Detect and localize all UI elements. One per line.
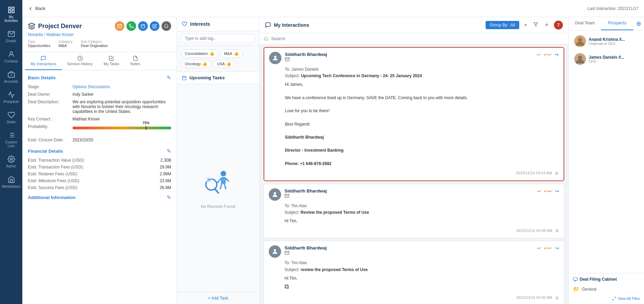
reply-all-btn-1[interactable]: ↩↩: [544, 52, 552, 57]
interests-icon: [182, 21, 187, 27]
reply-all-btn-2[interactable]: ↩↩: [544, 188, 552, 194]
add-prospect-button[interactable]: ⊕: [633, 17, 644, 30]
basic-details-edit[interactable]: ✎: [167, 74, 171, 81]
forward-btn-2[interactable]: ↪: [555, 188, 559, 194]
tag-oncology[interactable]: Oncology 👍: [181, 60, 211, 68]
contact-avatar-james: [574, 53, 586, 65]
sidebar-item-admin[interactable]: Admin: [1, 153, 21, 171]
reply-back-btn-3[interactable]: ↩: [537, 245, 541, 251]
additional-info-edit[interactable]: ✎: [167, 194, 171, 201]
financial-row: Estd. Transaction Fees (USD):29.9M: [28, 165, 171, 169]
top-bar: Back Last Interaction: 2022/11/17: [22, 0, 644, 17]
sidebar-item-accounts[interactable]: Accounts: [1, 68, 21, 86]
sidebar-item-deals[interactable]: Deals: [1, 108, 21, 127]
avatar-2: [269, 188, 281, 201]
right-panel-tabs: Deal Team Prospects ⊕: [569, 17, 644, 31]
svg-rect-1: [12, 7, 14, 9]
reply-back-btn-1[interactable]: ↩: [537, 52, 541, 57]
contact-role-anand: Chairman & CEO: [589, 42, 639, 46]
interests-header: Interests: [177, 17, 259, 31]
card-body-3: To: Tim Alan Subject: review the propose…: [269, 260, 559, 291]
financial-rows: Estd. Transaction Value (USD):2.30BEstd.…: [28, 158, 171, 190]
reply-back-btn-2[interactable]: ↩: [537, 188, 541, 194]
search-action-btn[interactable]: [162, 21, 171, 31]
contact-info-james: James Daniels /I... CFO: [589, 55, 639, 63]
filter-button[interactable]: [532, 21, 540, 30]
phone-action-btn[interactable]: [126, 21, 136, 31]
interests-search: [177, 31, 259, 46]
folder-general[interactable]: 📁 General: [573, 284, 640, 294]
svg-rect-53: [573, 278, 577, 280]
tab-prospects[interactable]: Prospects: [601, 17, 633, 30]
tab-deal-team[interactable]: Deal Team: [569, 17, 601, 30]
tags-container: Consolidation 👍 M&A 👍 Oncology 👍 USA 👍: [177, 46, 259, 71]
filing-cabinet-title: Deal Filing Cabinet: [573, 277, 640, 282]
card-body-1: To: James Daniels Subject: Upcoming Tech…: [269, 66, 559, 167]
collapse-btn-1[interactable]: ∧: [555, 170, 559, 176]
sidebar-item-contacts[interactable]: Contacts: [1, 48, 21, 66]
financial-row: Estd. Milestone Fees (USD):23.9M: [28, 178, 171, 183]
financial-details-edit[interactable]: ✎: [167, 148, 171, 154]
interactions-badge: 7: [554, 21, 563, 30]
filing-cabinet: Deal Filing Cabinet 📁 General View All F…: [569, 273, 644, 304]
sidebar-item-custom-lists[interactable]: Custom Lists: [1, 129, 21, 151]
basic-details-title: Basic Details: [28, 75, 56, 80]
collapse-btn-3[interactable]: ∨: [555, 294, 559, 301]
key-contact-value: Mathias Kinser: [73, 117, 171, 121]
contact-name-james: James Daniels /I...: [589, 55, 639, 60]
forward-btn-3[interactable]: ↪: [555, 245, 559, 251]
financial-details-title: Financial Details: [28, 149, 63, 154]
tab-notes[interactable]: Notes: [125, 52, 146, 70]
svg-point-52: [578, 56, 582, 60]
tag-usa[interactable]: USA 👍: [213, 60, 235, 68]
interactions-list: Siddharth Bhardwaj ↩ ↩↩ ↪ To: James Dani…: [259, 44, 568, 304]
interactions-icon: [265, 22, 271, 28]
svg-line-21: [167, 27, 168, 28]
deal-details: Basic Details ✎ Stage: Options Discussio…: [22, 70, 177, 304]
meeting-action-btn[interactable]: [138, 21, 148, 31]
svg-point-50: [578, 38, 582, 42]
sender-name-3: Siddharth Bhardwaj: [285, 245, 327, 250]
sidebar-item-prospects[interactable]: Prospects: [1, 88, 21, 106]
card-actions-3: ↩ ↩↩ ↪: [537, 245, 559, 251]
tab-my-interactions[interactable]: My Interactions: [25, 52, 62, 70]
search-input[interactable]: [271, 36, 564, 41]
email-type-icon-1: [285, 57, 290, 62]
group-by-button[interactable]: Group By : All: [486, 21, 519, 29]
tab-service-history[interactable]: Service History: [62, 52, 98, 70]
last-interaction-label: Last Interaction: 2022/11/17: [587, 6, 639, 11]
sort-button[interactable]: [543, 21, 551, 30]
deal-action-icons: [115, 21, 171, 31]
sidebar-item-emails[interactable]: Emails: [1, 27, 21, 46]
collapse-btn-2[interactable]: ∨: [555, 227, 559, 234]
contact-avatar-anand: [574, 35, 586, 47]
tab-my-tasks[interactable]: My Tasks: [98, 52, 125, 70]
message-body-1: Hi James, We have a conference lined up …: [285, 81, 559, 167]
email-action-btn[interactable]: [115, 21, 124, 31]
message-body-2: Hi Tim,: [285, 218, 559, 224]
card-footer-2: 2023/12/14 04:38 AM ∨: [269, 227, 559, 234]
stage-value: Options Discussions: [73, 84, 171, 89]
search-icon: [264, 36, 268, 41]
financial-row: Estd. Retainer Fees (USD):2.99M: [28, 172, 171, 176]
tag-consolidation[interactable]: Consolidation 👍: [181, 49, 218, 58]
svg-line-31: [220, 184, 222, 189]
reply-all-btn-3[interactable]: ↩↩: [544, 245, 552, 251]
deal-subtitle[interactable]: Novartis / Mathias Kinser: [28, 32, 171, 37]
interests-search-input[interactable]: [181, 34, 255, 43]
contact-item-anand[interactable]: Anand Krishna /I... Chairman & CEO: [571, 33, 641, 49]
contact-item-james[interactable]: James Daniels /I... CFO: [571, 51, 641, 67]
additional-info-title: Additional Information: [28, 195, 76, 200]
view-all-files-button[interactable]: View All Files: [573, 296, 640, 301]
add-interaction-button[interactable]: +: [523, 21, 529, 30]
add-task-button[interactable]: + Add Task: [177, 292, 259, 304]
deal-tabs: My Interactions Service History My Tasks…: [22, 52, 177, 70]
forward-btn-1[interactable]: ↪: [555, 52, 559, 57]
tag-ma[interactable]: M&A 👍: [220, 49, 243, 58]
note-action-btn[interactable]: [150, 21, 159, 31]
interaction-card-3: Siddharth Bhardwaj ↩ ↩↩ ↪ To: Tim Alan S…: [264, 241, 564, 304]
back-button[interactable]: Back: [28, 6, 45, 11]
svg-point-39: [264, 37, 267, 40]
sidebar-item-marketplace[interactable]: Marketplace: [1, 173, 21, 191]
sidebar-item-my-activities[interactable]: My Activities: [1, 3, 21, 25]
